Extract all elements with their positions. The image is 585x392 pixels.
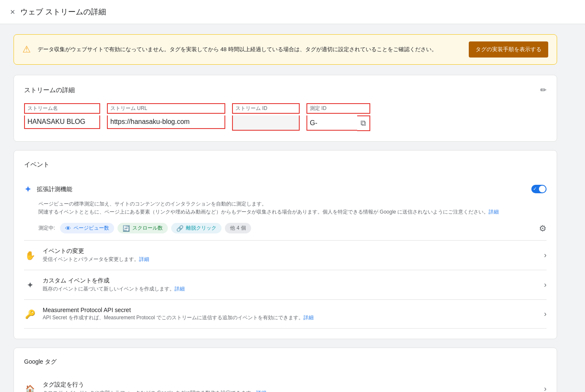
tag-settings-title: タグ設定を行う [43, 381, 537, 389]
close-icon[interactable]: × [10, 7, 15, 17]
tag-settings-desc: クロスドメイン リンクや内部トラフィックなどの Google タグに関する動作を… [43, 389, 537, 392]
measurement-id-field: 測定 ID G- ⧉ [306, 103, 370, 131]
stream-url-label: ストリーム URL [107, 103, 225, 114]
edit-icon[interactable]: ✏ [540, 85, 547, 95]
stream-details-card: ストリームの詳細 ✏ ストリーム名 HANASAKU BLOG ストリーム UR… [14, 75, 557, 142]
warning-text: データ収集がウェブサイトで有効になっていません。タグを実装してから 48 時間以… [38, 45, 462, 54]
enhanced-header: ✦ 拡張計測機能 ✓ [24, 184, 547, 195]
main-content: ⚠ データ収集がウェブサイトで有効になっていません。タグを実装してから 48 時… [0, 24, 571, 392]
event-change-desc: 受信イベントとパラメータを変更します。詳細 [43, 256, 537, 263]
chip-outbound-label: 離脱クリック [186, 225, 216, 232]
stream-details-header: ストリームの詳細 ✏ [24, 85, 547, 95]
custom-event-chevron: › [544, 280, 547, 289]
measurement-id-label: 測定 ID [306, 103, 370, 114]
stream-url-field: ストリーム URL https://hanasaku-blog.com [107, 103, 225, 129]
enhanced-detail-link[interactable]: 詳細 [489, 209, 499, 215]
tag-settings-chevron: › [544, 384, 547, 392]
copy-measurement-id-button[interactable]: ⧉ [357, 115, 370, 131]
stream-name-value: HANASAKU BLOG [24, 115, 100, 129]
chip-pageviews-label: ページビュー数 [74, 225, 109, 232]
measurement-protocol-desc: API Secret を作成すれば、Measurement Protocol で… [43, 314, 537, 321]
enhanced-toggle[interactable]: ✓ [531, 185, 547, 195]
measurement-protocol-content: Measurement Protocol API secret API Secr… [43, 307, 537, 321]
tag-settings-content: タグ設定を行う クロスドメイン リンクや内部トラフィックなどの Google タ… [43, 381, 537, 392]
stream-details-title: ストリームの詳細 [24, 86, 75, 94]
warning-banner: ⚠ データ収集がウェブサイトで有効になっていません。タグを実装してから 48 時… [14, 34, 557, 65]
measurement-protocol-chevron: › [544, 310, 547, 318]
measuring-row: 測定中: 👁 ページビュー数 🔄 スクロール数 🔗 離脱クリック [38, 223, 547, 233]
click-icon: 🔗 [176, 225, 183, 232]
enhanced-description: ページビューの標準測定に加え、サイトのコンテンツとのインタラクションを自動的に測… [38, 200, 547, 216]
stream-url-value: https://hanasaku-blog.com [107, 115, 225, 129]
custom-event-content: カスタム イベントを作成 既存のイベントに基づいて新しいイベントを作成します。詳… [43, 277, 537, 293]
stream-fields: ストリーム名 HANASAKU BLOG ストリーム URL https://h… [24, 103, 547, 131]
event-change-item[interactable]: ✋ イベントの変更 受信イベントとパラメータを変更します。詳細 › [24, 241, 547, 270]
show-tag-instructions-button[interactable]: タグの実装手順を表示する [469, 41, 548, 58]
chip-scrolls-label: スクロール数 [132, 225, 163, 232]
measurement-protocol-detail-link[interactable]: 詳細 [303, 315, 314, 321]
events-card-header: イベント [24, 161, 547, 169]
event-change-detail-link[interactable]: 詳細 [139, 256, 149, 262]
measurement-id-value: G- [306, 115, 357, 131]
measuring-label: 測定中: [38, 225, 55, 232]
page-header: × ウェブ ストリームの詳細 [0, 0, 585, 24]
custom-event-detail-link[interactable]: 詳細 [175, 286, 185, 292]
pageview-icon: 👁 [65, 225, 71, 232]
measurement-id-row: G- ⧉ [306, 115, 370, 131]
event-change-icon: ✋ [24, 250, 36, 260]
events-section-title: イベント [24, 161, 49, 169]
google-tag-title: Google タグ [24, 358, 57, 366]
chip-more-label: 他 4 個 [230, 225, 246, 232]
measurement-protocol-icon: 🔑 [24, 309, 36, 319]
page-title: ウェブ ストリームの詳細 [20, 7, 106, 17]
chip-pageviews: 👁 ページビュー数 [60, 223, 114, 233]
google-tag-card: Google タグ 🏠 タグ設定を行う クロスドメイン リンクや内部トラフィック… [14, 348, 557, 392]
chip-scrolls: 🔄 スクロール数 [118, 223, 168, 233]
stream-id-value [232, 115, 300, 131]
events-card: イベント ✦ 拡張計測機能 ✓ ページビューの標準測定に加え、サイトのコンテンツ… [14, 150, 557, 339]
measurement-protocol-item[interactable]: 🔑 Measurement Protocol API secret API Se… [24, 300, 547, 329]
measuring-settings-icon[interactable]: ⚙ [539, 223, 547, 233]
measuring-chips: 👁 ページビュー数 🔄 スクロール数 🔗 離脱クリック 他 4 個 [60, 223, 534, 233]
tag-settings-icon: 🏠 [24, 384, 36, 392]
google-tag-header: Google タグ [24, 358, 547, 366]
warning-icon: ⚠ [22, 44, 31, 55]
enhanced-icon: ✦ [24, 184, 32, 195]
stream-id-label: ストリーム ID [232, 103, 300, 114]
custom-event-icon: ✦ [24, 280, 36, 290]
enhanced-measurement-section: ✦ 拡張計測機能 ✓ ページビューの標準測定に加え、サイトのコンテンツとのインタ… [24, 177, 547, 241]
stream-name-label: ストリーム名 [24, 103, 100, 114]
chip-outbound-clicks: 🔗 離脱クリック [171, 223, 221, 233]
scroll-icon: 🔄 [123, 225, 130, 232]
custom-event-title: カスタム イベントを作成 [43, 277, 537, 285]
tag-settings-item[interactable]: 🏠 タグ設定を行う クロスドメイン リンクや内部トラフィックなどの Google… [24, 374, 547, 392]
event-change-title: イベントの変更 [43, 247, 537, 255]
tag-settings-detail-link[interactable]: 詳細 [256, 390, 266, 392]
stream-id-field: ストリーム ID [232, 103, 300, 131]
enhanced-title: 拡張計測機能 [37, 186, 526, 193]
chip-more[interactable]: 他 4 個 [225, 223, 251, 233]
custom-event-item[interactable]: ✦ カスタム イベントを作成 既存のイベントに基づいて新しいイベントを作成します… [24, 270, 547, 300]
stream-name-field: ストリーム名 HANASAKU BLOG [24, 103, 100, 129]
custom-event-desc: 既存のイベントに基づいて新しいイベントを作成します。詳細 [43, 285, 537, 293]
event-change-chevron: › [544, 251, 547, 260]
measurement-protocol-title: Measurement Protocol API secret [43, 307, 537, 313]
event-change-content: イベントの変更 受信イベントとパラメータを変更します。詳細 [43, 247, 537, 263]
